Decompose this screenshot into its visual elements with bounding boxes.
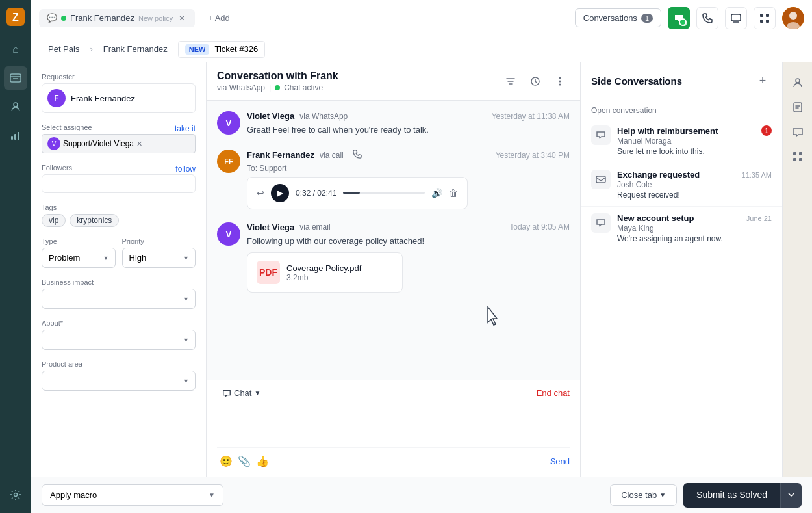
send-button[interactable]: Send	[550, 456, 570, 466]
home-nav-icon[interactable]: ⌂	[4, 38, 27, 61]
reports-nav-icon[interactable]	[4, 124, 27, 147]
requester-row[interactable]: F Frank Fernandez	[42, 83, 196, 113]
apps-nav-icon	[792, 151, 804, 163]
users-nav-icon[interactable]	[4, 95, 27, 118]
message-3-sender: Violet Viega	[247, 222, 294, 232]
close-tab-button[interactable]: Close tab ▼	[610, 484, 677, 506]
side-conv-3-name: New account setup	[617, 213, 694, 223]
assignee-tag[interactable]: V Support/Violet Viega ✕	[42, 134, 196, 153]
add-tab-button[interactable]: + Add	[200, 9, 238, 27]
chat-channel-icon	[222, 389, 231, 398]
business-impact-select[interactable]	[42, 289, 196, 309]
end-chat-button[interactable]: End chat	[537, 388, 570, 398]
right-nav-apps-icon[interactable]	[788, 147, 807, 166]
macro-select[interactable]: Apply macro ▼	[42, 484, 223, 506]
svg-point-15	[559, 81, 561, 83]
attachment-filesize: 3.2mb	[286, 273, 361, 282]
product-area-select[interactable]	[42, 371, 196, 391]
inbox-nav-icon[interactable]	[4, 66, 27, 90]
conversation-title: Conversation with Frank	[217, 70, 338, 82]
attachment-filename: Coverage Policy.pdf	[286, 263, 361, 273]
apps-button[interactable]	[754, 7, 776, 29]
tab-close-button[interactable]: ✕	[177, 13, 187, 23]
right-nav-chat-icon[interactable]	[788, 122, 807, 142]
user-avatar[interactable]	[782, 7, 804, 29]
side-conv-1-name: Help with reimbursement	[617, 126, 718, 136]
phone-icon	[353, 150, 362, 161]
business-impact-section: Business impact	[42, 278, 196, 309]
thumbs-up-button[interactable]: 👍	[253, 452, 272, 470]
tab-chat-icon: 💬	[47, 13, 57, 23]
chat-bubble-icon	[674, 13, 684, 23]
take-it-link[interactable]: take it	[175, 124, 196, 133]
svg-point-3	[14, 103, 18, 107]
conversation-header: Conversation with Frank via WhatsApp | C…	[207, 62, 580, 101]
side-conversation-2[interactable]: Exchange requested 11:35 AM Josh Cole Re…	[581, 163, 782, 207]
followers-input[interactable]	[42, 174, 196, 193]
type-select[interactable]: Problem Incident Question Task	[42, 248, 116, 268]
svg-point-7	[14, 493, 18, 497]
message-1: V Violet Viega via WhatsApp Yesterday at…	[217, 111, 570, 137]
conv-header-left: Conversation with Frank via WhatsApp | C…	[217, 70, 338, 92]
left-navigation: Z ⌂	[0, 0, 31, 513]
audio-rewind-button[interactable]: ↩	[257, 188, 264, 198]
submit-dropdown-button[interactable]	[780, 483, 802, 508]
audio-play-button[interactable]: ▶	[271, 184, 289, 202]
chat-channel-button[interactable]: Chat ▼	[217, 386, 266, 401]
right-nav-doc-icon[interactable]	[788, 98, 807, 117]
audio-progress-bar[interactable]	[343, 192, 425, 194]
history-button[interactable]	[526, 72, 545, 91]
assignee-name: Support/Violet Viega	[63, 139, 134, 148]
phone-button[interactable]	[696, 7, 718, 29]
compose-input[interactable]	[217, 403, 570, 442]
left-panel: Requester F Frank Fernandez Select assig…	[31, 62, 207, 477]
user-icon	[792, 77, 804, 88]
more-options-button[interactable]	[550, 72, 570, 91]
svg-point-14	[559, 77, 561, 79]
side-conversation-3[interactable]: New account setup June 21 Maya King We'r…	[581, 207, 782, 250]
svg-point-18	[796, 79, 800, 83]
filter-button[interactable]	[501, 72, 520, 91]
active-tab[interactable]: 💬 Frank Fernandez New policy ✕	[39, 9, 195, 27]
tag-vip[interactable]: vip	[42, 214, 66, 227]
conversations-label: Conversations	[583, 13, 637, 23]
audio-delete-button[interactable]: 🗑	[449, 188, 458, 198]
add-side-conversation-button[interactable]: +	[754, 72, 772, 90]
settings-nav-icon[interactable]	[4, 483, 27, 506]
breadcrumb-frank[interactable]: Frank Fernandez	[97, 42, 174, 57]
tags-label: Tags	[42, 204, 196, 211]
breadcrumb-ticket[interactable]: NEW Ticket #326	[178, 41, 265, 58]
about-select[interactable]	[42, 330, 196, 350]
about-section: About*	[42, 319, 196, 350]
chat-status-button[interactable]	[668, 7, 690, 29]
side-conversation-1[interactable]: Help with reimbursement 1 Manuel Moraga …	[581, 119, 782, 163]
breadcrumb-pet-pals[interactable]: Pet Pals	[42, 42, 86, 57]
audio-time-display: 0:32 / 02:41	[296, 189, 336, 198]
chat-icon	[596, 130, 606, 140]
priority-select[interactable]: Low Normal High Urgent	[122, 248, 196, 268]
tags-section: Tags vip kryptonics	[42, 204, 196, 227]
right-nav-user-icon[interactable]	[788, 73, 807, 92]
product-area-label: Product area	[42, 360, 196, 368]
conv-channel: via WhatsApp	[217, 83, 265, 92]
right-area: Side Conversations + Open conversation H…	[581, 62, 812, 477]
audio-volume-button[interactable]: 🔊	[431, 188, 442, 198]
tag-kryptonics[interactable]: kryptonics	[70, 214, 119, 227]
assignee-remove-button[interactable]: ✕	[136, 140, 142, 148]
email-icon	[596, 174, 606, 185]
messaging-button[interactable]	[725, 7, 747, 29]
submit-button-group: Submit as Solved	[683, 483, 802, 508]
message-2-avatar: FF	[217, 150, 240, 173]
cursor-arrow-icon	[485, 306, 505, 329]
attachment-box[interactable]: PDF Coverage Policy.pdf 3.2mb	[247, 252, 403, 293]
ticket-number: Ticket #326	[214, 44, 258, 54]
top-bar: 💬 Frank Fernandez New policy ✕ + Add Con…	[31, 0, 812, 36]
svg-rect-10	[766, 14, 769, 17]
svg-rect-12	[766, 20, 769, 23]
emoji-button[interactable]: 🙂	[217, 452, 235, 470]
conversations-button[interactable]: Conversations 1	[575, 8, 661, 27]
submit-as-solved-button[interactable]: Submit as Solved	[683, 483, 780, 508]
message-1-channel: via WhatsApp	[299, 112, 348, 121]
follow-link[interactable]: follow	[175, 164, 196, 174]
attachment-button[interactable]: 📎	[235, 452, 253, 470]
